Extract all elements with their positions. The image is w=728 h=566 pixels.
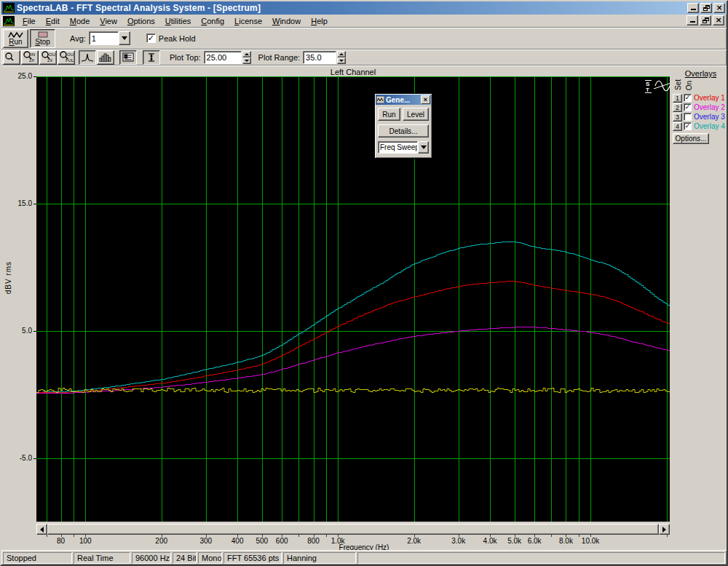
magnifier-icon: IN2X (23, 51, 37, 63)
statusbar: StoppedReal Time96000 Hz24 BitMonoFFT 65… (1, 550, 727, 565)
menu-item-edit[interactable]: Edit (41, 16, 65, 26)
generator-titlebar[interactable]: Gene... × (376, 95, 431, 105)
restore-button[interactable] (700, 3, 712, 13)
series-overlay-1 (36, 282, 670, 394)
histogram-icon (99, 52, 112, 62)
x-tick-mark (667, 534, 668, 537)
plot-top-spin-up[interactable] (242, 51, 251, 57)
on-column-label: On (685, 81, 693, 90)
scroll-right-button[interactable] (659, 524, 670, 535)
generator-close-icon: × (424, 96, 427, 103)
menu-item-utilities[interactable]: Utilities (160, 16, 196, 26)
frequency-scrollbar[interactable] (36, 524, 670, 535)
x-tick-label: 10.0k (574, 537, 606, 545)
display-options-button[interactable] (119, 50, 137, 65)
generator-close-button[interactable]: × (421, 95, 430, 104)
y-tick-mark (33, 76, 36, 77)
peak-hold-control[interactable]: ✓ Peak Hold (146, 33, 199, 43)
ibeam-marker-icon (146, 52, 157, 63)
magnifier-icon: OUT2X (41, 51, 55, 63)
window-title: SpectraLAB - FFT Spectral Analysis Syste… (17, 3, 687, 13)
overlay-options-button[interactable]: Options... (673, 133, 709, 144)
plot-toolbar: IN2XOUT2XOUTFULL Plot Top: 25.00 Plot Ra… (1, 49, 727, 65)
set-column-label: Set (674, 79, 682, 90)
menu-item-config[interactable]: Config (196, 16, 229, 26)
generator-run-button[interactable]: Run (378, 108, 400, 121)
close-button[interactable]: × (713, 3, 725, 13)
overlay-label-2: Overlay 2 (694, 103, 725, 111)
menu-item-mode[interactable]: Mode (65, 16, 95, 26)
peak-hold-checkbox[interactable]: ✓ (146, 33, 156, 43)
menu-item-window[interactable]: Window (267, 16, 306, 26)
overlay-row-1: 1✓Overlay 1 (673, 93, 727, 103)
scroll-left-button[interactable] (36, 524, 47, 535)
mdi-restore-button[interactable] (700, 15, 711, 25)
x-tick-label: 200 (146, 537, 178, 545)
x-axis-title: Frequency (Hz) (320, 543, 408, 550)
list-settings-icon (122, 52, 134, 62)
signal-type-dropdown-arrow-icon[interactable] (418, 141, 429, 154)
plot-top-label: Plot Top: (170, 53, 201, 62)
status-panel-fft-65536-pts: FFT 65536 pts (223, 552, 282, 564)
menu-item-help[interactable]: Help (306, 16, 333, 26)
mdi-close-button[interactable]: × (713, 15, 724, 25)
plot-top-field[interactable]: 25.00 (204, 51, 242, 64)
overlay-set-button-4[interactable]: 4 (673, 122, 682, 131)
signal-type-combobox[interactable]: Freq Sweep (378, 141, 429, 154)
avg-combobox[interactable]: 1 (89, 31, 130, 45)
svg-text:FULL: FULL (66, 58, 74, 63)
y-axis-title: dBV rms (4, 261, 12, 294)
plot-range-spin-down[interactable] (337, 57, 346, 64)
run-button[interactable]: Run (3, 29, 28, 48)
avg-label: Avg: (70, 34, 86, 43)
menu-item-view[interactable]: View (95, 16, 122, 26)
status-panel-96000-hz: 96000 Hz (132, 552, 171, 564)
spectrum-plot[interactable]: S T (36, 76, 670, 522)
scroll-left-icon (40, 527, 44, 533)
overlay-on-checkbox-2[interactable]: ✓ (684, 103, 692, 111)
series-overlay-4 (36, 242, 670, 393)
overlays-title: Overlays (673, 69, 727, 78)
marker-button[interactable] (143, 50, 160, 65)
plot-top-spinner[interactable] (242, 51, 251, 64)
zoom-button[interactable] (3, 50, 20, 65)
status-panel-real-time: Real Time (74, 552, 130, 564)
minimize-button[interactable] (687, 3, 699, 13)
overlay-on-checkbox-3[interactable] (684, 113, 692, 121)
scroll-right-icon (662, 527, 666, 533)
plot-range-spin-up[interactable] (337, 51, 346, 57)
plot-range-field[interactable]: 35.0 (303, 51, 336, 64)
overlay-row-4: 4✓Overlay 4 (673, 121, 727, 131)
bar-mode-button[interactable] (97, 50, 114, 65)
menu-item-file[interactable]: File (17, 16, 41, 26)
overlay-set-button-1[interactable]: 1 (673, 94, 682, 103)
menu-item-options[interactable]: Options (122, 16, 160, 26)
plot-top-spin-down[interactable] (242, 57, 251, 64)
menu-item-license[interactable]: License (229, 16, 267, 26)
generator-title: Gene... (386, 96, 421, 104)
overlay-set-button-3[interactable]: 3 (673, 113, 682, 121)
x-tick-label: 6.0k (518, 537, 550, 545)
overlay-on-checkbox-1[interactable]: ✓ (684, 94, 692, 102)
zoom-out-full-button[interactable]: OUTFULL (58, 50, 75, 65)
titlebar: SpectraLAB - FFT Spectral Analysis Syste… (1, 1, 727, 15)
overlay-set-button-2[interactable]: 2 (673, 103, 682, 112)
status-panel-hanning: Hanning (283, 552, 356, 564)
app-icon (3, 3, 15, 13)
app-window: SpectraLAB - FFT Spectral Analysis Syste… (0, 0, 728, 566)
mdi-minimize-button[interactable] (687, 15, 698, 25)
stop-button[interactable]: Stop (30, 29, 55, 48)
spectrum-mode-button[interactable] (79, 50, 96, 65)
plot-range-label: Plot Range: (258, 53, 300, 62)
spectrum-view: Left Channel S T dBV rms 25.015.05.0-5.0… (1, 65, 727, 550)
zoom-out-2x-button[interactable]: OUT2X (39, 50, 57, 65)
svg-text:T: T (646, 87, 649, 93)
signal-type-value: Freq Sweep (378, 141, 418, 154)
avg-dropdown-arrow-icon[interactable] (119, 31, 130, 45)
zoom-in-2x-button[interactable]: IN2X (21, 50, 39, 65)
overlay-on-checkbox-4[interactable]: ✓ (684, 122, 692, 130)
generator-details-button[interactable]: Details... (378, 124, 429, 137)
plot-range-spinner[interactable] (337, 51, 346, 64)
generator-level-button[interactable]: Level (403, 108, 429, 121)
scrollbar-thumb[interactable] (47, 524, 659, 535)
